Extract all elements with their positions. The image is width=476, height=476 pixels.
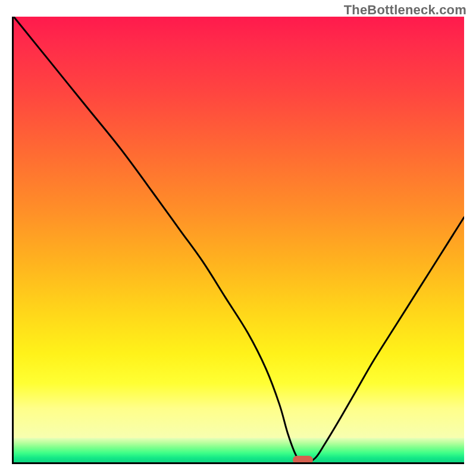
bottleneck-curve-path	[14, 17, 464, 462]
curve-svg	[14, 17, 464, 462]
optimal-marker	[293, 456, 313, 464]
plot-area	[12, 17, 464, 464]
attribution-watermark: TheBottleneck.com	[344, 2, 466, 18]
bottleneck-chart: TheBottleneck.com	[0, 0, 476, 476]
